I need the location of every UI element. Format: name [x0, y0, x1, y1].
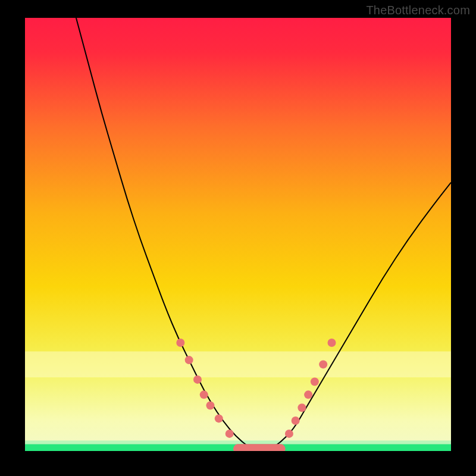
data-dot [328, 339, 336, 347]
bottom-pill [233, 444, 286, 451]
gradient-background [25, 18, 451, 451]
plot-svg [25, 18, 451, 451]
data-dot [226, 430, 234, 438]
data-dot [215, 414, 223, 422]
chart-stage: TheBottleneck.com [0, 0, 476, 476]
data-dot [200, 390, 208, 399]
watermark-text: TheBottleneck.com [366, 4, 470, 17]
data-dot [304, 390, 312, 399]
data-dot [176, 339, 184, 347]
plot-area [25, 18, 451, 451]
pale-band [25, 352, 451, 378]
data-dot [185, 356, 193, 364]
data-dot [292, 416, 300, 425]
data-dot [206, 402, 214, 410]
data-dot [319, 360, 327, 368]
green-stripe-fade [25, 440, 451, 444]
data-dot [298, 403, 306, 412]
data-dot [193, 375, 202, 384]
data-dot [285, 430, 293, 438]
data-dot [311, 378, 319, 386]
